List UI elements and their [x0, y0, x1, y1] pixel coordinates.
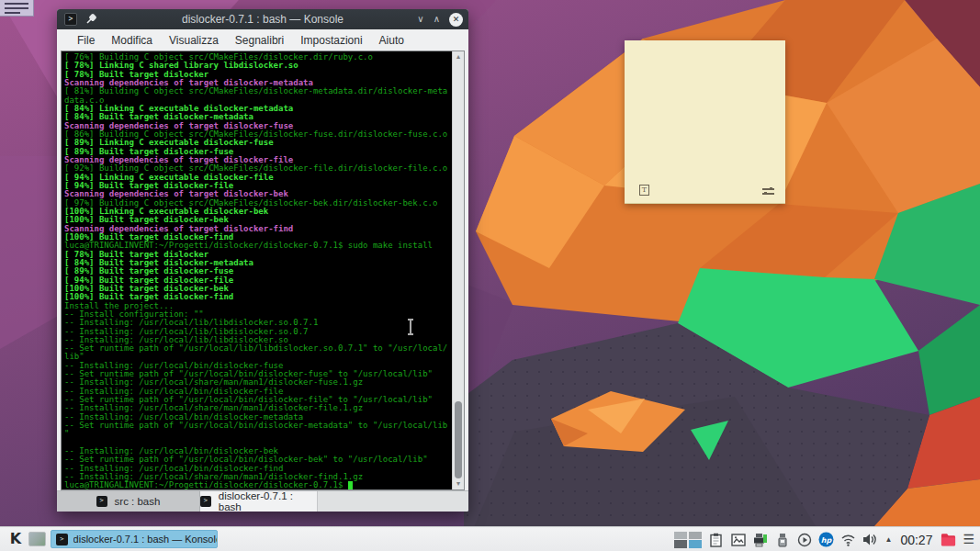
scrollbar-thumb[interactable] [455, 401, 462, 478]
note-settings-icon[interactable] [762, 186, 774, 196]
desktop: T > dislocker-0.7.1 : bash — Konsole ∨ ∧… [0, 0, 980, 551]
menu-aiuto[interactable]: Aiuto [371, 34, 412, 47]
scrollbar-up-icon[interactable]: ▴ [453, 51, 464, 62]
note-format-text-icon[interactable]: T [639, 185, 649, 196]
menu-file[interactable]: File [69, 34, 103, 47]
menu-visualizza[interactable]: Visualizza [161, 34, 227, 47]
konsole-window: > dislocker-0.7.1 : bash — Konsole ∨ ∧ ✕… [57, 9, 468, 512]
terminal-line: luca@TRINGALINVENT:~/Progetti/dislocker/… [64, 481, 452, 489]
terminal-cursor [348, 481, 353, 489]
wifi-icon[interactable] [840, 532, 856, 547]
desktop-pager-icon[interactable] [28, 532, 46, 546]
tab-src[interactable]: >src : bash [57, 491, 200, 512]
menu-modifica[interactable]: Modifica [103, 34, 161, 47]
terminal-output[interactable]: [ 76%] Building C object src/CMakeFiles/… [62, 51, 452, 489]
clock[interactable]: 00:27 [898, 533, 934, 547]
terminal-line: [ 81%] Building C object src/CMakeFiles/… [64, 87, 452, 96]
konsole-app-icon: > [64, 13, 77, 26]
sticky-note-widget[interactable]: T [625, 40, 785, 204]
volume-icon[interactable] [862, 532, 878, 547]
menu-segnalibri[interactable]: Segnalibri [227, 34, 292, 47]
hp-device-icon[interactable]: hp [818, 532, 834, 547]
terminal-line: -- Set runtime path of "/usr/local/bin/d… [64, 422, 452, 430]
tab-label: src : bash [115, 496, 161, 507]
application-launcher-icon[interactable]: K [6, 530, 25, 548]
media-player-icon[interactable] [796, 532, 812, 547]
terminal-frame: [ 76%] Building C object src/CMakeFiles/… [61, 51, 465, 490]
menu-impostazioni[interactable]: Impostazioni [292, 34, 370, 47]
taskbar-task-button[interactable]: > dislocker-0.7.1 : bash — Konsole [51, 530, 218, 548]
screenshot-icon[interactable] [730, 532, 746, 547]
tab-terminal-icon: > [96, 496, 107, 507]
konsole-task-icon: > [56, 534, 68, 545]
desktop-corner-widget[interactable] [0, 0, 34, 17]
svg-text:hp: hp [821, 536, 833, 545]
pin-icon[interactable] [84, 13, 97, 26]
printer-icon[interactable] [752, 532, 768, 547]
close-button[interactable]: ✕ [449, 13, 463, 27]
tab-dislocker-0.7.1[interactable]: >dislocker-0.7.1 : bash [200, 491, 318, 512]
taskbar: K > dislocker-0.7.1 : bash — Konsole [0, 526, 980, 551]
tab-terminal-icon: > [200, 496, 211, 507]
removable-device-icon[interactable] [774, 532, 790, 547]
maximize-button[interactable]: ∧ [434, 15, 440, 24]
minimize-button[interactable]: ∨ [417, 15, 423, 24]
downloads-folder-icon[interactable] [941, 532, 956, 547]
terminal-scrollbar[interactable]: ▴ ▾ [452, 51, 464, 489]
tray-expand-arrow-icon[interactable]: ▲ [884, 535, 892, 544]
virtual-desktop-pager-icon[interactable] [674, 531, 702, 548]
terminal-line: -- Set runtime path of "/usr/local/lib/l… [64, 344, 452, 353]
clipboard-icon[interactable] [708, 532, 724, 547]
system-tray: hp ▲ 00:27 ☰ [674, 527, 974, 551]
scrollbar-down-icon[interactable]: ▾ [453, 478, 464, 489]
window-title: dislocker-0.7.1 : bash — Konsole [57, 13, 468, 26]
tab-label: dislocker-0.7.1 : bash [219, 490, 317, 512]
panel-menu-icon[interactable]: ☰ [963, 527, 974, 551]
window-titlebar[interactable]: > dislocker-0.7.1 : bash — Konsole ∨ ∧ ✕ [57, 9, 468, 29]
menu-bar: FileModificaVisualizzaSegnalibriImpostaz… [57, 29, 468, 51]
task-button-label: dislocker-0.7.1 : bash — Konsole [73, 534, 217, 545]
terminal-line: " [64, 430, 452, 438]
tab-bar: >src : bash>dislocker-0.7.1 : bash [57, 490, 468, 512]
